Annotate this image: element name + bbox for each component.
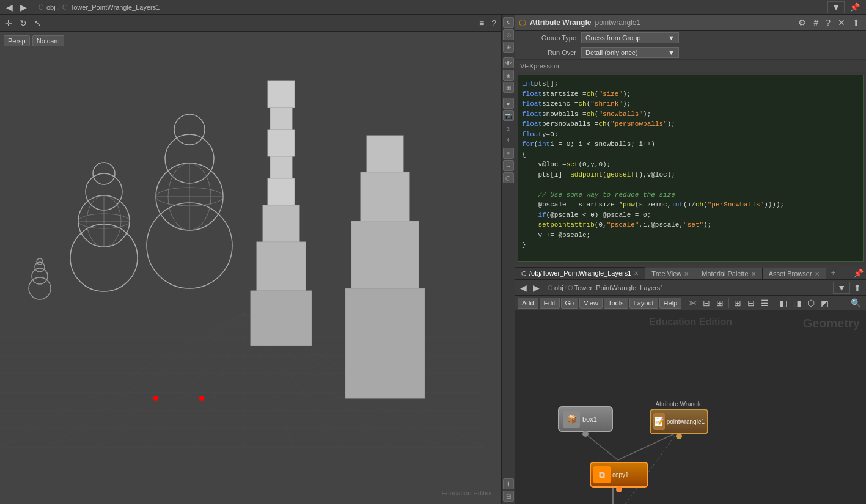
rotate-tool-btn[interactable]: ↻	[17, 17, 29, 29]
expand-icon[interactable]: ⬆	[850, 16, 862, 29]
top-dropdown-btn[interactable]: ▼	[827, 1, 845, 13]
ng-net-icon: ⬡	[568, 284, 573, 291]
right-panel: ⬡ Attribute Wrangle pointwrangle1 ⚙ # ? …	[515, 15, 866, 504]
viewport-3d[interactable]: Persp No cam	[0, 32, 501, 504]
ng-tool7[interactable]: ◧	[777, 297, 790, 309]
wrangle-out-connector	[676, 433, 682, 439]
run-over-dropdown[interactable]: Detail (only once) ▼	[581, 47, 679, 58]
close-icon[interactable]: ✕	[835, 16, 848, 29]
tab-tree-close[interactable]: ✕	[684, 271, 689, 277]
ng-path-obj[interactable]: obj	[554, 284, 563, 291]
svg-rect-50	[351, 221, 419, 288]
menu-help-btn[interactable]: Help	[659, 298, 682, 309]
tab-add-btn[interactable]: +	[826, 267, 840, 279]
ng-tool6[interactable]: ☰	[758, 297, 771, 309]
ng-obj-icon: ⬡	[548, 284, 553, 291]
tool-select[interactable]: ↖	[503, 17, 514, 28]
tab-tree[interactable]: Tree View ✕	[645, 268, 695, 279]
nav-forward-btn[interactable]: ▶	[18, 1, 29, 13]
svg-line-1	[49, 313, 244, 447]
ng-tool4[interactable]: ⊞	[732, 297, 744, 309]
svg-line-4	[196, 313, 244, 447]
tool-light[interactable]: ●	[503, 98, 514, 109]
camera-select-btn[interactable]: No cam	[32, 35, 64, 46]
node-box1[interactable]: 📦 box1	[558, 405, 613, 438]
tab-asset[interactable]: Asset Browser ✕	[763, 268, 826, 279]
svg-rect-49	[361, 172, 409, 221]
side-tools: ↖ ⊙ ⊕ 👁 ◈ ⊞ ● 📷 2 4 ⌖ ↔ ⬡ ℹ ⊟	[501, 15, 515, 504]
ng-back-btn[interactable]: ◀	[518, 282, 529, 294]
nav-back-btn[interactable]: ◀	[4, 1, 15, 13]
node-graph-canvas[interactable]: Education Edition Geometry	[515, 310, 866, 504]
tool-cam[interactable]: 📷	[503, 110, 514, 121]
menu-view-btn[interactable]: View	[579, 298, 603, 309]
tool-view[interactable]: 👁	[503, 57, 514, 68]
svg-rect-42	[268, 130, 295, 156]
ng-search-btn[interactable]: 🔍	[848, 297, 864, 309]
tool-lasso[interactable]: ⊙	[503, 29, 514, 40]
svg-point-38	[153, 396, 158, 401]
node-copy-body[interactable]: ⧉ copy1	[590, 462, 648, 488]
ng-geo-watermark: Geometry	[803, 316, 860, 331]
help-btn[interactable]: ?	[489, 17, 499, 29]
group-type-value: Guess from Group	[585, 34, 640, 42]
tool-info[interactable]: ℹ	[503, 478, 514, 489]
transform-tool-btn[interactable]: ✛	[2, 17, 15, 29]
ng-expand-btn[interactable]: ⬆	[851, 282, 864, 294]
tool-network[interactable]: ⬡	[503, 172, 514, 183]
tool-wire[interactable]: ⊞	[503, 82, 514, 93]
ng-tool5[interactable]: ⊟	[745, 297, 757, 309]
camera-perspective-btn[interactable]: Persp	[4, 35, 30, 46]
menu-go-btn[interactable]: Go	[561, 298, 579, 309]
node-pointwrangle1[interactable]: Attribute Wrangle 📝 pointwrangle1	[650, 401, 708, 440]
svg-rect-44	[268, 178, 295, 205]
menu-tools-btn[interactable]: Tools	[604, 298, 628, 309]
tool-paint[interactable]: ⊕	[503, 42, 514, 53]
ng-tool3[interactable]: ⊞	[714, 297, 726, 309]
node-box1-body[interactable]: 📦 box1	[558, 406, 613, 432]
help-icon[interactable]: ?	[823, 16, 833, 29]
svg-point-18	[29, 277, 51, 299]
ng-tool2[interactable]: ⊟	[700, 297, 713, 309]
scale-tool-btn[interactable]: ⤡	[32, 17, 44, 29]
group-type-dropdown[interactable]: Guess from Group ▼	[581, 32, 679, 43]
code-editor[interactable]: int pts[]; float startsize = ch("size");…	[518, 75, 864, 262]
group-type-arrow: ▼	[668, 34, 675, 42]
tab-material[interactable]: Material Palette ✕	[695, 268, 762, 279]
ng-dropdown-btn[interactable]: ▼	[833, 282, 850, 294]
node-wrangle-body[interactable]: 📝 pointwrangle1	[650, 409, 708, 434]
tool-geo[interactable]: ◈	[503, 70, 514, 81]
ng-tool9[interactable]: ⬡	[805, 297, 817, 309]
menu-layout-btn[interactable]: Layout	[629, 298, 658, 309]
ng-pin-btn[interactable]: 📌	[851, 267, 866, 279]
tool-measure[interactable]: ↔	[503, 160, 514, 171]
ng-tool8[interactable]: ◨	[791, 297, 804, 309]
tool-snap[interactable]: ⌖	[503, 148, 514, 159]
menu-add-btn[interactable]: Add	[518, 298, 538, 309]
top-path-network[interactable]: Tower_PointWrangle_Layers1	[70, 4, 160, 11]
svg-line-2	[98, 313, 244, 447]
ng-tool10[interactable]: ◩	[818, 297, 831, 309]
viewport-menu-btn[interactable]: ≡	[477, 17, 486, 29]
tab-network-close[interactable]: ✕	[634, 270, 639, 277]
svg-point-33	[174, 114, 205, 145]
gear-icon[interactable]: ⚙	[796, 16, 809, 29]
ng-tool1[interactable]: ✄	[687, 297, 699, 309]
top-pin-btn[interactable]: 📌	[847, 1, 862, 13]
ng-path-network[interactable]: Tower_PointWrangle_Layers1	[574, 284, 664, 291]
attr-wrangle-header: ⬡ Attribute Wrangle pointwrangle1 ⚙ # ? …	[515, 15, 866, 31]
hash-icon[interactable]: #	[811, 16, 821, 29]
tool-grid[interactable]: ⊟	[503, 491, 514, 502]
top-path-obj[interactable]: obj	[46, 4, 56, 11]
tab-network[interactable]: ⬡ /obj/Tower_PointWrangle_Layers1 ✕	[515, 267, 645, 279]
wrangle-icon: ⬡	[519, 18, 526, 27]
node-copy1[interactable]: ⧉ copy1	[590, 462, 648, 494]
menu-edit-btn[interactable]: Edit	[540, 298, 560, 309]
ng-fwd-btn[interactable]: ▶	[530, 282, 542, 294]
tab-material-close[interactable]: ✕	[751, 271, 756, 277]
ng-nav-bar: ◀ ▶ ⬡ obj / ⬡ Tower_PointWrangle_Layers1…	[515, 280, 866, 296]
svg-point-21	[37, 258, 43, 265]
obj-icon: ⬡	[39, 4, 44, 10]
global-top-bar: ◀ ▶ ⬡ obj / ⬡ Tower_PointWrangle_Layers1…	[0, 0, 866, 15]
tab-asset-close[interactable]: ✕	[815, 271, 820, 277]
